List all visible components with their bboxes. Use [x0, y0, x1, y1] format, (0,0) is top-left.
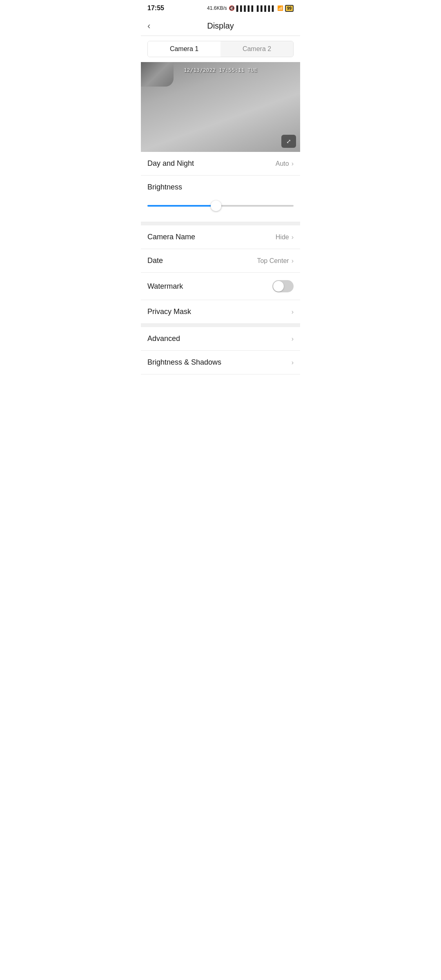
mute-icon: 🔇 [229, 5, 235, 11]
chevron-icon: › [292, 160, 294, 167]
brightness-slider-container[interactable] [147, 200, 294, 212]
watermark-item[interactable]: Watermark [141, 273, 300, 300]
back-icon: ‹ [147, 21, 150, 31]
privacy-mask-label: Privacy Mask [147, 307, 191, 316]
data-speed: 41.6KB/s [207, 5, 227, 11]
slider-fill [147, 205, 216, 207]
day-and-night-item[interactable]: Day and Night Auto › [141, 152, 300, 176]
fullscreen-button[interactable]: ⤢ [281, 135, 296, 148]
advanced-item[interactable]: Advanced › [141, 327, 300, 351]
header: ‹ Display [141, 16, 300, 36]
day-and-night-label: Day and Night [147, 159, 194, 168]
battery-icon: 99 [285, 5, 294, 12]
status-bar: 17:55 41.6KB/s 🔇 ▌▌▌▌▌ ▌▌▌▌▌ 📶 99 [141, 0, 300, 16]
date-value: Top Center › [257, 257, 294, 265]
privacy-mask-value: › [292, 308, 294, 316]
date-item[interactable]: Date Top Center › [141, 249, 300, 273]
tab-camera2[interactable]: Camera 2 [220, 41, 293, 57]
section-separator-1 [141, 222, 300, 225]
camera-name-value: Hide › [276, 234, 294, 241]
wifi-icon: 📶 [277, 5, 283, 11]
fullscreen-icon: ⤢ [286, 138, 291, 145]
brightness-shadows-item[interactable]: Brightness & Shadows › [141, 351, 300, 374]
chevron-icon: › [292, 308, 294, 316]
day-and-night-value: Auto › [276, 160, 294, 167]
advanced-value: › [292, 335, 294, 343]
chevron-icon: › [292, 257, 294, 265]
camera-preview: 12/13/2022 17:55:11 TUE ⤢ [141, 62, 300, 152]
settings-list: Day and Night Auto › Brightness Camera N… [141, 152, 300, 374]
date-label: Date [147, 256, 163, 265]
back-button[interactable]: ‹ [147, 21, 150, 31]
slider-track [147, 205, 294, 207]
brightness-shadows-label: Brightness & Shadows [147, 358, 221, 367]
signal-icon-2: ▌▌▌▌▌ [257, 5, 276, 11]
page-title: Display [207, 21, 234, 31]
slider-thumb[interactable] [211, 200, 221, 211]
status-time: 17:55 [147, 4, 164, 12]
camera-name-label: Camera Name [147, 233, 195, 241]
camera-timestamp: 12/13/2022 17:55:11 TUE [184, 67, 257, 73]
signal-icon-1: ▌▌▌▌▌ [236, 5, 255, 11]
section-separator-2 [141, 324, 300, 327]
status-icons: 41.6KB/s 🔇 ▌▌▌▌▌ ▌▌▌▌▌ 📶 99 [207, 5, 294, 12]
toggle-knob [273, 281, 284, 292]
brightness-section: Brightness [141, 176, 300, 222]
chevron-icon: › [292, 359, 294, 366]
camera-tabs: Camera 1 Camera 2 [147, 41, 294, 57]
watermark-label: Watermark [147, 282, 183, 291]
watermark-toggle[interactable] [272, 280, 294, 292]
advanced-label: Advanced [147, 334, 180, 343]
camera-name-item[interactable]: Camera Name Hide › [141, 225, 300, 249]
brightness-label: Brightness [147, 183, 294, 192]
chevron-icon: › [292, 234, 294, 241]
camera-metal-detail [141, 62, 174, 87]
privacy-mask-item[interactable]: Privacy Mask › [141, 300, 300, 324]
chevron-icon: › [292, 335, 294, 343]
tab-camera1[interactable]: Camera 1 [148, 41, 220, 57]
brightness-shadows-value: › [292, 359, 294, 366]
